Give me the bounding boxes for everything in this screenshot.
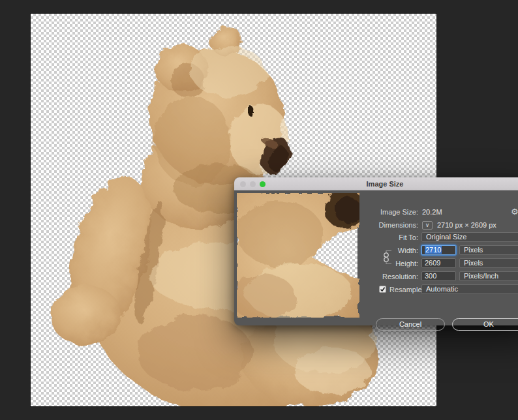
ok-button[interactable]: OK: [452, 318, 518, 331]
height-label: Height:: [333, 259, 418, 269]
resample-label: Resample:: [389, 285, 424, 295]
width-selected-text: 2710: [425, 246, 442, 254]
dimensions-label: Dimensions:: [333, 220, 418, 230]
gear-icon[interactable]: ⚙: [511, 207, 518, 217]
dialog-body: Image Size: 20.2M ⚙ Dimensions: ∨ 2710 p…: [234, 190, 518, 325]
fit-to-label: Fit To:: [333, 233, 418, 243]
dialog-title: Image Size: [234, 177, 518, 190]
height-unit-select[interactable]: Pixels: [459, 258, 518, 268]
resolution-unit-select[interactable]: Pixels/Inch: [459, 271, 518, 281]
image-size-label: Image Size:: [333, 207, 418, 217]
resample-select[interactable]: Automatic: [421, 284, 518, 294]
resolution-label: Resolution:: [333, 272, 418, 282]
dialog-titlebar[interactable]: Image Size: [234, 177, 518, 190]
image-size-value: 20.2M: [422, 207, 442, 217]
photoshop-workspace: Image Size: [0, 0, 518, 420]
width-unit-select[interactable]: Pixels: [459, 245, 518, 255]
cancel-button[interactable]: Cancel: [376, 318, 445, 331]
checkmark-icon: [380, 286, 386, 292]
height-input[interactable]: 2609: [421, 258, 456, 268]
width-label: Width:: [333, 246, 418, 256]
fit-to-select[interactable]: Original Size: [421, 232, 518, 242]
dimensions-chevron-icon[interactable]: ∨: [422, 221, 433, 230]
width-input[interactable]: 2710: [421, 245, 456, 255]
image-size-dialog: Image Size: [234, 177, 518, 325]
resample-checkbox[interactable]: [379, 286, 386, 293]
dimensions-value: 2710 px × 2609 px: [437, 220, 496, 230]
resolution-input[interactable]: 300: [421, 271, 456, 281]
